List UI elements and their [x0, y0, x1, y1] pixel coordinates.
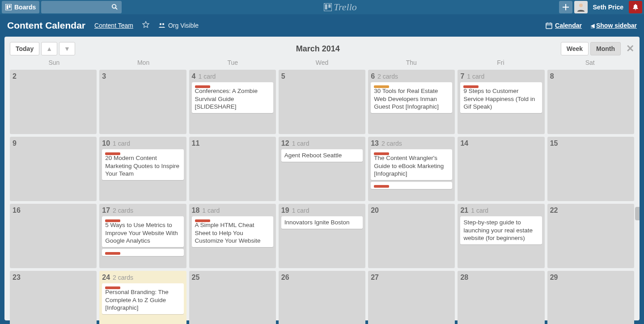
calendar-card[interactable]: Personal Branding: The Complete A to Z G…	[102, 283, 183, 314]
calendar-cell[interactable]: 23	[10, 271, 97, 324]
next-button[interactable]: ▼	[59, 42, 75, 55]
boards-button[interactable]: Boards	[2, 1, 39, 13]
calendar-card[interactable]: Step-by-step guide to launching your rea…	[460, 216, 542, 244]
avatar[interactable]	[574, 1, 588, 13]
svg-rect-0	[5, 4, 12, 10]
scrollbar[interactable]	[635, 207, 640, 220]
cell-header: 26	[281, 274, 363, 282]
calendar-cell[interactable]: 25	[189, 271, 276, 324]
close-calendar-button[interactable]: ✕	[626, 43, 634, 55]
cell-header: 27	[371, 274, 452, 282]
calendar-cell[interactable]: 191 cardInnovators Ignite Boston	[279, 204, 365, 268]
calendar-cell[interactable]: 71 card9 Steps to Customer Service Happi…	[458, 70, 544, 134]
calendar-cell[interactable]: 181 cardA Simple HTML Cheat Sheet to Hel…	[189, 204, 276, 268]
calendar-card[interactable]: The Content Wrangler's Guide to eBook Ma…	[371, 149, 452, 180]
calendar-cell[interactable]: 15	[547, 137, 634, 201]
calendar-cell[interactable]: 41 cardConferences: A Zombie Survival Gu…	[189, 70, 276, 134]
card-text: 9 Steps to Customer Service Happiness (T…	[460, 87, 542, 113]
calendar-card[interactable]	[371, 182, 452, 189]
calendar-cell[interactable]: 121 cardAgent Reboot Seattle	[279, 137, 365, 201]
calendar-card[interactable]: 30 Tools for Real Estate Web Developers …	[371, 82, 452, 113]
topbar: Boards Trello Seth Price	[0, 0, 644, 14]
cell-date: 2	[13, 72, 17, 80]
calendar-cell[interactable]: 27	[368, 271, 455, 324]
calendar-cell[interactable]: 26	[279, 271, 365, 324]
calendar-card[interactable]: Agent Reboot Seattle	[281, 149, 363, 162]
calendar-card[interactable]: 9 Steps to Customer Service Happiness (T…	[460, 82, 542, 113]
cell-count: 2 cards	[113, 207, 133, 214]
cell-date: 9	[13, 139, 17, 147]
cell-header: 9	[13, 139, 94, 147]
show-sidebar-button[interactable]: ◀ Show sidebar	[591, 22, 637, 29]
svg-point-8	[579, 4, 583, 7]
calendar-cell[interactable]: 132 cardsThe Content Wrangler's Guide to…	[368, 137, 455, 201]
cell-count: 1 card	[292, 140, 309, 147]
today-button[interactable]: Today	[10, 42, 39, 55]
cell-count: 1 card	[471, 207, 488, 214]
calendar-cell[interactable]: 11	[189, 137, 276, 201]
cell-header: 191 card	[281, 206, 363, 215]
username[interactable]: Seth Price	[589, 4, 627, 11]
cell-count: 1 card	[202, 207, 220, 214]
calendar-cell[interactable]: 62 cards30 Tools for Real Estate Web Dev…	[368, 70, 455, 134]
calendar-cell[interactable]: 28	[458, 271, 544, 324]
calendar-cell[interactable]: 16	[10, 204, 97, 268]
month-view-button[interactable]: Month	[590, 42, 621, 55]
board-title: Content Calendar	[7, 20, 85, 31]
day-headers: SunMonTueWedThuFriSat	[10, 59, 634, 66]
avatar-icon	[576, 2, 586, 13]
cell-date: 29	[550, 274, 558, 282]
calendar-cell[interactable]: 101 card20 Modern Content Marketing Quot…	[99, 137, 186, 201]
calendar-card[interactable]: 20 Modern Content Marketing Quotes to In…	[102, 149, 183, 180]
card-text: 5 Ways to Use Metrics to Improve Your We…	[102, 221, 183, 247]
calendar-view-link[interactable]: Calendar	[546, 22, 582, 29]
cell-count: 2 cards	[381, 140, 402, 147]
cell-date: 18	[192, 206, 200, 215]
visibility[interactable]: Org Visible	[158, 22, 199, 29]
calendar-card[interactable]	[102, 249, 183, 256]
calendar-cell[interactable]: 5	[279, 70, 365, 134]
calendar-cell[interactable]: 22	[547, 204, 634, 268]
app-logo[interactable]: Trello	[324, 1, 357, 13]
card-labels	[192, 82, 273, 85]
calendar-cell[interactable]: 2	[10, 70, 97, 134]
svg-rect-11	[546, 23, 552, 29]
week-view-button[interactable]: Week	[561, 42, 589, 55]
calendar-grid: 2341 cardConferences: A Zombie Survival …	[10, 70, 634, 324]
svg-rect-7	[328, 4, 330, 8]
calendar-cell[interactable]: 14	[458, 137, 544, 201]
prev-button[interactable]: ▲	[41, 42, 57, 55]
calendar-card[interactable]: 5 Ways to Use Metrics to Improve Your We…	[102, 216, 183, 247]
notifications-button[interactable]	[629, 1, 642, 13]
board-team[interactable]: Content Team	[94, 22, 133, 29]
add-button[interactable]	[559, 1, 572, 13]
boards-label: Boards	[14, 4, 36, 11]
search-input[interactable]	[41, 1, 122, 13]
cell-date: 17	[102, 206, 110, 215]
cell-header: 14	[460, 139, 542, 147]
calendar-cell[interactable]: 172 cards5 Ways to Use Metrics to Improv…	[99, 204, 186, 268]
calendar-cell[interactable]: 211 cardStep-by-step guide to launching …	[458, 204, 544, 268]
svg-point-10	[162, 23, 164, 25]
calendar-cell[interactable]: 3	[99, 70, 186, 134]
star-button[interactable]	[142, 21, 149, 30]
calendar-card[interactable]: Innovators Ignite Boston	[281, 216, 363, 229]
chevron-down-icon: ▼	[64, 45, 70, 52]
cell-date: 24	[102, 274, 110, 282]
cell-header: 62 cards	[371, 72, 452, 80]
calendar-cell[interactable]: 242 cardsPersonal Branding: The Complete…	[99, 271, 186, 324]
calendar-icon	[546, 22, 552, 29]
calendar-cell[interactable]: 8	[547, 70, 634, 134]
day-header: Sun	[11, 59, 97, 66]
card-label	[374, 185, 389, 188]
cell-date: 14	[460, 139, 468, 147]
cell-date: 25	[192, 274, 200, 282]
calendar-card[interactable]: A Simple HTML Cheat Sheet to Help You Cu…	[192, 216, 273, 247]
cell-count: 2 cards	[113, 274, 133, 281]
calendar-cell[interactable]: 9	[10, 137, 97, 201]
calendar-card[interactable]: Conferences: A Zombie Survival Guide [SL…	[192, 82, 273, 113]
cell-header: 101 card	[102, 139, 183, 147]
org-icon	[158, 22, 165, 29]
calendar-cell[interactable]: 29	[547, 271, 634, 324]
calendar-cell[interactable]: 20	[368, 204, 455, 268]
